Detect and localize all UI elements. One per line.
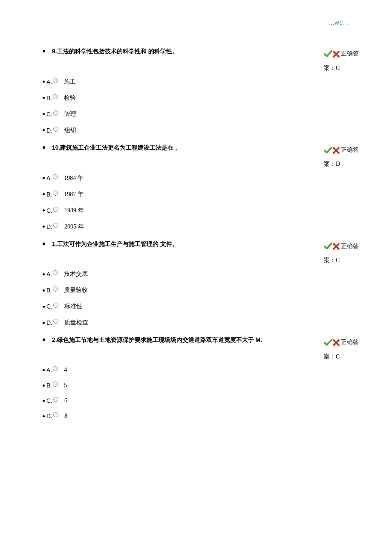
answer-icons <box>324 339 340 347</box>
cross-icon <box>332 339 340 347</box>
question-body: 工法的科学性包括技术的科学性和 的科学性。 <box>57 48 178 55</box>
radio-input[interactable] <box>53 412 58 417</box>
option-row: B. 质量验收 <box>43 282 349 298</box>
option-text: 1987 年 <box>64 191 84 198</box>
option-text: 施工 <box>64 78 76 86</box>
question-text: 10.建筑施工企业工法更名为工程建设工法是在 。 <box>52 143 349 153</box>
radio-input[interactable] <box>53 174 58 179</box>
question-number: 10. <box>52 144 60 151</box>
option-label: A. <box>46 175 52 182</box>
radio-input[interactable] <box>53 110 58 116</box>
question-number: 2. <box>52 336 57 343</box>
answer-box: 正确答 案：C <box>324 46 379 75</box>
header-dashed-line: ...wd... <box>43 25 349 25</box>
radio-input[interactable] <box>53 397 58 402</box>
option-text: 8 <box>64 413 67 419</box>
option-row: C. 1989 年 <box>43 202 349 219</box>
option-text: 检验 <box>64 94 76 102</box>
check-icon <box>324 339 332 347</box>
page-container: ...wd... 9.工法的科学性包括技术的科学性和 的科学性。 正确答 案：C <box>0 0 392 555</box>
option-row: A. 施工 <box>43 74 349 90</box>
option-label: C. <box>46 397 52 404</box>
bullet-icon <box>43 50 45 52</box>
radio-input[interactable] <box>53 207 58 212</box>
bullet-icon <box>43 384 45 387</box>
options-list: A. 4 B. 5 C. 6 D. 8 <box>43 362 349 424</box>
question-row: 1.工法可作为企业施工生产与施工管理的 文件。 <box>43 239 349 249</box>
option-text: 技术交底 <box>64 270 88 278</box>
option-text: 质量验收 <box>64 286 88 294</box>
question-block: 9.工法的科学性包括技术的科学性和 的科学性。 正确答 案：C A. 施工 <box>43 46 349 139</box>
answer-label-suffix: 案： <box>324 257 336 263</box>
header-watermark: ...wd... <box>329 19 349 26</box>
answer-label-suffix: 案： <box>324 65 336 71</box>
question-body: 绿色施工节地与土地资源保护要求施工现场场内交通道路双车道宽度不大于 M. <box>57 336 262 343</box>
option-label: B. <box>46 191 52 198</box>
option-row: B. 5 <box>43 378 349 393</box>
cross-icon <box>332 147 340 154</box>
radio-input[interactable] <box>53 191 58 196</box>
option-text: 1984 年 <box>64 174 84 182</box>
bullet-icon <box>43 322 45 324</box>
option-row: B. 1987 年 <box>43 186 349 202</box>
question-block: 2.绿色施工节地与土地资源保护要求施工现场场内交通道路双车道宽度不大于 M. 正… <box>43 335 349 424</box>
answer-value: C <box>336 65 340 71</box>
radio-input[interactable] <box>53 286 58 292</box>
bullet-icon <box>43 273 45 275</box>
option-label: A. <box>46 271 52 278</box>
answer-value: C <box>336 257 340 263</box>
question-row: 2.绿色施工节地与土地资源保护要求施工现场场内交通道路双车道宽度不大于 M. <box>43 335 349 345</box>
question-body: 工法可作为企业施工生产与施工管理的 文件。 <box>57 240 178 247</box>
radio-input[interactable] <box>53 366 58 371</box>
bullet-icon <box>43 113 45 115</box>
option-row: D. 2005 年 <box>43 219 349 235</box>
question-row: 10.建筑施工企业工法更名为工程建设工法是在 。 <box>43 143 349 153</box>
option-label: B. <box>46 382 52 389</box>
option-row: D. 质量检查 <box>43 315 349 331</box>
bullet-icon <box>43 129 45 131</box>
option-label: B. <box>46 95 52 101</box>
option-label: D. <box>46 223 52 230</box>
option-label: D. <box>46 127 52 134</box>
option-text: 4 <box>64 367 67 373</box>
question-text: 1.工法可作为企业施工生产与施工管理的 文件。 <box>52 239 349 249</box>
option-row: D. 8 <box>43 408 349 424</box>
answer-icons <box>324 243 340 250</box>
radio-input[interactable] <box>53 270 58 275</box>
question-number: 9. <box>52 48 57 55</box>
options-list: A. 技术交底 B. 质量验收 C. 标准性 D. 质量检查 <box>43 266 349 331</box>
bullet-icon <box>43 369 45 371</box>
answer-box: 正确答 案：D <box>324 143 379 171</box>
radio-input[interactable] <box>53 319 58 324</box>
answer-label-prefix: 正确答 <box>341 243 359 249</box>
answer-label-suffix: 案： <box>324 353 336 360</box>
radio-input[interactable] <box>53 382 58 387</box>
bullet-icon <box>43 177 45 179</box>
option-text: 6 <box>64 397 67 404</box>
answer-label-prefix: 正确答 <box>341 147 359 153</box>
answer-box: 正确答 案：C <box>324 335 379 364</box>
option-text: 1989 年 <box>64 207 84 214</box>
option-text: 管理 <box>64 110 76 118</box>
question-text: 9.工法的科学性包括技术的科学性和 的科学性。 <box>52 46 349 57</box>
check-icon <box>324 147 332 154</box>
bullet-icon <box>43 209 45 211</box>
radio-input[interactable] <box>53 223 58 228</box>
option-row: A. 1984 年 <box>43 170 349 186</box>
radio-input[interactable] <box>53 127 58 132</box>
question-row: 9.工法的科学性包括技术的科学性和 的科学性。 <box>43 46 349 57</box>
option-label: C. <box>46 111 52 118</box>
radio-input[interactable] <box>53 78 58 83</box>
answer-icons <box>324 147 340 154</box>
question-body: 建筑施工企业工法更名为工程建设工法是在 。 <box>60 144 181 151</box>
option-row: A. 技术交底 <box>43 266 349 282</box>
bullet-icon <box>43 193 45 195</box>
question-block: 1.工法可作为企业施工生产与施工管理的 文件。 正确答 案：C A. 技术交底 <box>43 239 349 331</box>
bullet-icon <box>43 225 45 228</box>
option-label: A. <box>46 78 52 85</box>
answer-label-prefix: 正确答 <box>341 50 359 57</box>
radio-input[interactable] <box>53 303 58 308</box>
radio-input[interactable] <box>53 94 58 99</box>
option-row: C. 6 <box>43 393 349 408</box>
bullet-icon <box>43 400 45 402</box>
